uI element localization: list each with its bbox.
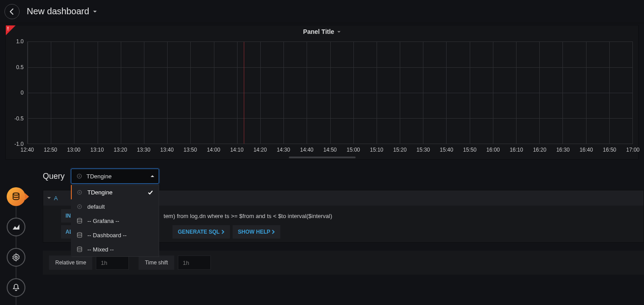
- y-tick: -0.5: [14, 115, 24, 122]
- x-tick: 14:40: [300, 147, 313, 153]
- gridline-v: [377, 42, 377, 144]
- svg-point-9: [78, 232, 82, 234]
- datasource-option[interactable]: default: [71, 199, 159, 214]
- gridline-v: [260, 42, 261, 144]
- gridline-v: [28, 42, 28, 144]
- check-icon: [148, 190, 153, 195]
- back-button[interactable]: [4, 4, 20, 19]
- gridline-v: [516, 42, 517, 144]
- x-tick: 17:00: [626, 147, 640, 153]
- x-tick: 12:40: [21, 147, 34, 153]
- rail-tab-visualization[interactable]: [7, 218, 25, 236]
- gridline-v: [539, 42, 540, 144]
- gridline-v: [446, 42, 447, 144]
- show-help-button[interactable]: SHOW HELP: [233, 225, 281, 239]
- datasource-icon: [76, 173, 83, 180]
- x-tick: 16:30: [556, 147, 570, 153]
- y-tick: 0: [21, 90, 24, 96]
- gridline-v: [470, 42, 470, 144]
- datasource-icon: [76, 203, 83, 210]
- chart-x-axis: 12:4012:5013:0013:1013:2013:3013:4013:50…: [27, 146, 633, 153]
- generate-sql-button[interactable]: GENERATE SQL: [172, 225, 230, 239]
- rail-tab-query[interactable]: [7, 187, 25, 206]
- x-tick: 16:00: [486, 147, 500, 153]
- editor-rail: [0, 169, 32, 305]
- chart-area-icon: [12, 223, 21, 231]
- generate-sql-text: GENERATE SQL: [178, 229, 220, 235]
- datasource-icon: [76, 189, 83, 196]
- datasource-trigger[interactable]: TDengine: [71, 169, 159, 184]
- rail-tab-general[interactable]: [7, 248, 25, 267]
- x-tick: 16:50: [603, 147, 616, 153]
- gridline-v: [562, 42, 563, 144]
- x-tick: 13:20: [114, 147, 127, 153]
- datasource-option[interactable]: -- Mixed --: [71, 242, 159, 256]
- svg-point-8: [78, 218, 82, 220]
- x-tick: 13:30: [137, 147, 150, 153]
- x-tick: 16:20: [533, 147, 546, 153]
- x-tick: 16:10: [510, 147, 523, 153]
- relative-time-input[interactable]: [96, 256, 129, 270]
- panel-title-text: Panel Title: [303, 28, 334, 35]
- panel-resize-handle[interactable]: [289, 157, 356, 158]
- svg-point-5: [79, 192, 80, 193]
- x-tick: 14:00: [207, 147, 220, 153]
- x-tick: 15:00: [347, 147, 360, 153]
- chart[interactable]: 1.00.50-0.5-1.0 12:4012:5013:0013:1013:2…: [27, 41, 633, 153]
- x-tick: 15:10: [370, 147, 383, 153]
- chart-y-axis: 1.00.50-0.5-1.0: [9, 41, 25, 144]
- x-tick: 14:10: [230, 147, 243, 153]
- x-tick: 15:20: [393, 147, 406, 153]
- chevron-down-icon: [337, 30, 341, 34]
- x-tick: 12:50: [44, 147, 57, 153]
- x-tick: 13:10: [90, 147, 104, 153]
- gridline-v: [51, 42, 51, 144]
- gridline-v: [121, 42, 121, 144]
- x-tick: 13:50: [184, 147, 197, 153]
- svg-point-0: [13, 193, 19, 195]
- dashboard-title[interactable]: New dashboard: [27, 6, 97, 16]
- gridline-v: [98, 42, 98, 144]
- gridline-v: [330, 42, 331, 144]
- svg-point-1: [15, 256, 17, 259]
- datasource-select[interactable]: TDengine TDenginedefault-- Grafana ---- …: [71, 169, 159, 184]
- gridline-v: [237, 42, 238, 144]
- datasource-option[interactable]: TDengine: [71, 185, 159, 199]
- svg-point-3: [79, 176, 80, 177]
- gridline-v: [493, 42, 493, 144]
- x-tick: 14:30: [277, 147, 290, 153]
- chevron-down-icon: [47, 196, 51, 200]
- sql-input-text[interactable]: tem) from log.dn where ts >= $from and t…: [159, 209, 336, 223]
- database-icon: [12, 192, 21, 201]
- gear-icon: [12, 253, 21, 262]
- chevron-right-icon: [272, 230, 275, 234]
- gridline-v: [214, 42, 214, 144]
- query-section-label: Query: [43, 172, 65, 181]
- chevron-right-icon: [222, 230, 225, 234]
- y-tick: 1.0: [16, 38, 24, 45]
- x-tick: 13:00: [67, 147, 81, 153]
- panel-title[interactable]: Panel Title: [6, 25, 638, 38]
- datasource-dropdown: TDenginedefault-- Grafana ---- Dashboard…: [71, 185, 159, 257]
- panel-editor: Query TDengine TDenginedefault-- Grafana…: [0, 169, 644, 305]
- gridline-v: [586, 42, 587, 144]
- database-icon: [76, 246, 83, 253]
- database-icon: [76, 218, 83, 224]
- x-tick: 16:40: [579, 147, 593, 153]
- gridline-v: [632, 42, 633, 144]
- time-shift-input[interactable]: [178, 256, 211, 270]
- warning-icon: !: [7, 26, 9, 31]
- rail-tab-alert[interactable]: [7, 278, 25, 297]
- panel-error-corner[interactable]: !: [6, 25, 16, 35]
- chart-plot-area[interactable]: [27, 41, 633, 144]
- x-tick: 14:50: [323, 147, 336, 153]
- datasource-selected-text: TDengine: [86, 173, 111, 180]
- y-tick: 0.5: [16, 64, 24, 70]
- datasource-option[interactable]: -- Dashboard --: [71, 228, 159, 242]
- time-shift-label: Time shift: [139, 256, 174, 270]
- database-icon: [76, 232, 83, 239]
- datasource-option[interactable]: -- Grafana --: [71, 214, 159, 228]
- relative-time-label: Relative time: [49, 256, 92, 270]
- x-tick: 15:30: [417, 147, 430, 153]
- chart-cursor: [244, 42, 244, 144]
